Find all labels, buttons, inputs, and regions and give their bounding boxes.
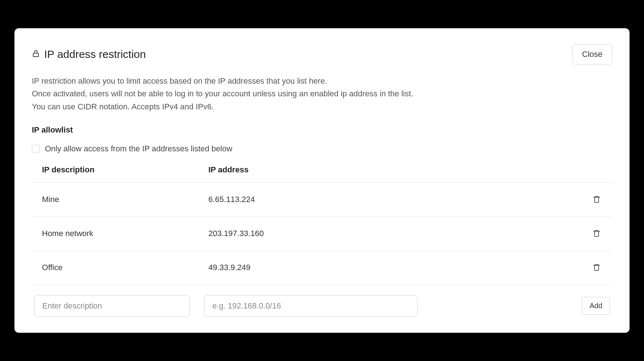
cell-description: Home network xyxy=(42,229,208,238)
cell-address: 49.33.9.249 xyxy=(208,263,580,272)
close-button[interactable]: Close xyxy=(572,44,612,64)
cell-description: Mine xyxy=(42,195,208,204)
trash-icon xyxy=(593,233,601,238)
allowlist-table: IP description IP address Mine 6.65.113.… xyxy=(32,165,612,285)
cell-address: 203.197.33.160 xyxy=(208,229,580,238)
modal-header: IP address restriction Close xyxy=(32,44,612,64)
description-input[interactable] xyxy=(34,295,190,317)
allowlist-enable-label: Only allow access from the IP addresses … xyxy=(45,144,232,154)
description-line: IP restriction allows you to limit acces… xyxy=(32,75,612,87)
delete-row-button[interactable] xyxy=(591,262,602,274)
title-wrap: IP address restriction xyxy=(32,48,146,60)
table-row: Home network 203.197.33.160 xyxy=(32,217,612,251)
table-row: Mine 6.65.113.224 xyxy=(32,183,612,217)
trash-icon xyxy=(593,267,601,272)
allowlist-enable-row: Only allow access from the IP addresses … xyxy=(32,144,612,154)
column-header-action xyxy=(580,165,602,175)
cell-address: 6.65.113.224 xyxy=(208,195,580,204)
allowlist-enable-checkbox[interactable] xyxy=(32,145,40,153)
delete-row-button[interactable] xyxy=(591,194,602,206)
description-line: You can use CIDR notation. Accepts IPv4 … xyxy=(32,100,612,113)
add-button[interactable]: Add xyxy=(582,297,610,315)
modal-title: IP address restriction xyxy=(44,48,146,60)
modal-description: IP restriction allows you to limit acces… xyxy=(32,75,612,113)
allowlist-section-label: IP allowlist xyxy=(32,125,612,135)
ip-restriction-modal: IP address restriction Close IP restrict… xyxy=(14,28,630,333)
trash-icon xyxy=(593,199,601,204)
table-header: IP description IP address xyxy=(32,165,612,183)
lock-icon xyxy=(32,50,40,59)
description-line: Once activated, users will not be able t… xyxy=(32,87,612,100)
add-entry-form: Add xyxy=(32,285,612,317)
cell-description: Office xyxy=(42,263,208,272)
address-input[interactable] xyxy=(204,295,418,317)
column-header-address: IP address xyxy=(208,165,580,175)
delete-row-button[interactable] xyxy=(591,228,602,240)
table-row: Office 49.33.9.249 xyxy=(32,251,612,285)
svg-rect-0 xyxy=(33,53,39,56)
column-header-description: IP description xyxy=(42,165,208,175)
